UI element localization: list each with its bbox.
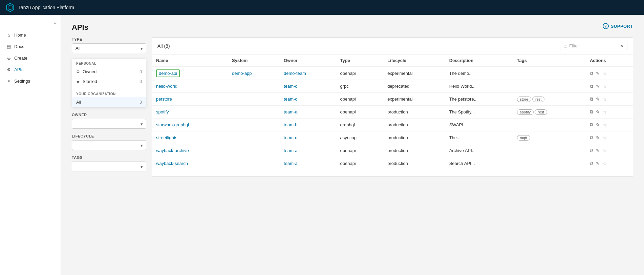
table-body: demo-apidemo-appdemo-teamopenapiexperime…	[152, 67, 633, 170]
cell-actions-7: ⧉ ✎ ☆	[586, 157, 633, 170]
external-link-icon-0[interactable]: ⧉	[590, 70, 593, 76]
filter-placeholder: Filter	[569, 43, 579, 48]
edit-icon-3[interactable]: ✎	[596, 109, 600, 115]
api-name-link-4[interactable]: starwars-graphql	[156, 122, 189, 127]
sidebar-item-apis[interactable]: ⚙ APIs	[3, 64, 58, 75]
owner-filter-select[interactable]	[72, 119, 146, 129]
edit-icon-0[interactable]: ✎	[596, 71, 600, 76]
api-name-link-0[interactable]: demo-api	[156, 69, 180, 77]
cell-lifecycle-7: production	[383, 157, 445, 170]
dropdown-all-org[interactable]: All 8	[72, 97, 146, 107]
star-icon-2[interactable]: ☆	[603, 97, 607, 102]
owned-count: 0	[139, 69, 142, 74]
owner-link-5[interactable]: team-c	[284, 135, 297, 140]
star-icon-7[interactable]: ☆	[603, 161, 607, 166]
cell-actions-5: ⧉ ✎ ☆	[586, 131, 633, 144]
edit-icon-1[interactable]: ✎	[596, 84, 600, 89]
dropdown-divider	[72, 88, 146, 88]
cell-type-2: openapi	[336, 93, 383, 106]
edit-icon-5[interactable]: ✎	[596, 135, 600, 141]
owner-link-6[interactable]: team-a	[284, 148, 297, 153]
cell-owner-0: demo-team	[280, 67, 336, 80]
cell-owner-7: team-a	[280, 157, 336, 170]
system-link-0[interactable]: demo-app	[232, 71, 252, 76]
api-name-link-2[interactable]: petstore	[156, 97, 172, 102]
cell-tags-5: mqtt	[513, 131, 586, 144]
svg-marker-0	[7, 3, 14, 12]
external-link-icon-2[interactable]: ⧉	[590, 96, 593, 102]
clear-filter-button[interactable]: ✕	[620, 43, 624, 48]
external-link-icon-3[interactable]: ⧉	[590, 109, 593, 115]
tags-filter-select[interactable]	[72, 162, 146, 171]
external-link-icon-5[interactable]: ⧉	[590, 135, 593, 141]
owner-link-0[interactable]: demo-team	[284, 71, 306, 76]
api-name-link-6[interactable]: wayback-archive	[156, 148, 189, 153]
edit-icon-4[interactable]: ✎	[596, 122, 600, 128]
cell-description-2: The petstore...	[445, 93, 513, 106]
support-button[interactable]: ? SUPPORT	[603, 23, 633, 29]
owner-link-4[interactable]: team-b	[284, 122, 297, 127]
star-icon-1[interactable]: ☆	[603, 84, 607, 89]
cell-lifecycle-1: deprecated	[383, 80, 445, 93]
external-link-icon-1[interactable]: ⧉	[590, 83, 593, 89]
table-row: demo-apidemo-appdemo-teamopenapiexperime…	[152, 67, 633, 80]
cell-type-4: graphql	[336, 119, 383, 131]
table-row: spotifyteam-aopenapiproductionThe Spotif…	[152, 106, 633, 119]
owner-filter-section: OWNER	[72, 113, 146, 129]
type-filter-select[interactable]: All openapi grpc graphql asyncapi	[72, 43, 146, 53]
sidebar-item-docs[interactable]: ▤ Docs	[3, 41, 58, 52]
sidebar-item-settings-label: Settings	[14, 79, 30, 84]
owner-link-1[interactable]: team-c	[284, 84, 297, 89]
cell-actions-0: ⧉ ✎ ☆	[586, 67, 633, 80]
owner-link-2[interactable]: team-c	[284, 97, 297, 102]
dropdown-owned[interactable]: ⚙ Owned 0	[72, 67, 146, 77]
svg-marker-1	[8, 5, 12, 10]
sidebar-item-settings[interactable]: ✦ Settings	[3, 76, 58, 86]
col-type: Type	[336, 55, 383, 67]
star-icon-4[interactable]: ☆	[603, 122, 607, 128]
sidebar-item-home[interactable]: ⌂ Home	[3, 29, 58, 40]
api-name-link-1[interactable]: hello-world	[156, 84, 177, 89]
sidebar-collapse-button[interactable]: «	[0, 18, 61, 28]
edit-icon-7[interactable]: ✎	[596, 161, 600, 166]
table-row: starwars-graphqlteam-bgraphqlproductionS…	[152, 119, 633, 131]
owner-filter-label: OWNER	[72, 113, 146, 117]
star-icon-0[interactable]: ☆	[603, 71, 607, 76]
actions-group-3: ⧉ ✎ ☆	[590, 109, 629, 115]
edit-icon-6[interactable]: ✎	[596, 148, 600, 153]
tag-badge-mqtt: mqtt	[517, 135, 530, 141]
sidebar-item-create[interactable]: ⊕ Create	[3, 52, 58, 63]
table-section: All (8) ⚌ Filter ✕ Name System Owner Typ…	[152, 37, 633, 177]
owner-link-3[interactable]: team-a	[284, 109, 297, 114]
cell-owner-1: team-c	[280, 80, 336, 93]
api-name-link-7[interactable]: wayback-search	[156, 161, 188, 166]
table-count: All (8)	[157, 43, 170, 49]
cell-owner-5: team-c	[280, 131, 336, 144]
cell-description-4: SWAPI...	[445, 119, 513, 131]
col-lifecycle: Lifecycle	[383, 55, 445, 67]
star-icon-3[interactable]: ☆	[603, 109, 607, 115]
api-name-link-5[interactable]: streetlights	[156, 135, 177, 140]
api-name-link-3[interactable]: spotify	[156, 109, 169, 114]
cell-actions-1: ⧉ ✎ ☆	[586, 80, 633, 93]
owner-link-7[interactable]: team-a	[284, 161, 297, 166]
external-link-icon-6[interactable]: ⧉	[590, 148, 593, 153]
cell-type-3: openapi	[336, 106, 383, 119]
table-row: hello-worldteam-cgrpcdeprecatedHello Wor…	[152, 80, 633, 93]
cell-type-0: openapi	[336, 67, 383, 80]
col-system: System	[228, 55, 280, 67]
cell-actions-4: ⧉ ✎ ☆	[586, 119, 633, 131]
sidebar: « ⌂ Home ▤ Docs ⊕ Create ⚙ APIs ✦ Settin…	[0, 15, 61, 275]
external-link-icon-4[interactable]: ⧉	[590, 122, 593, 128]
lifecycle-filter-select[interactable]	[72, 140, 146, 150]
cell-name-7: wayback-search	[152, 157, 228, 170]
star-icon-6[interactable]: ☆	[603, 148, 607, 153]
edit-icon-2[interactable]: ✎	[596, 97, 600, 102]
col-name: Name	[152, 55, 228, 67]
star-icon-5[interactable]: ☆	[603, 135, 607, 141]
cell-tags-6	[513, 144, 586, 157]
cell-owner-4: team-b	[280, 119, 336, 131]
dropdown-starred[interactable]: ★ Starred 0	[72, 77, 146, 86]
external-link-icon-7[interactable]: ⧉	[590, 161, 593, 166]
table-filter-input[interactable]: ⚌ Filter ✕	[560, 42, 627, 50]
